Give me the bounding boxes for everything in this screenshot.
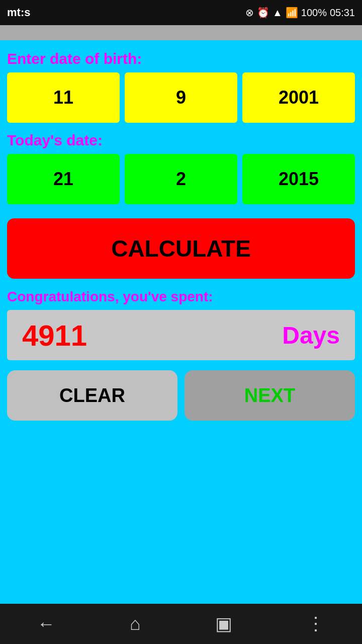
action-row: CLEAR NEXT [7, 370, 355, 421]
result-box: 4911 Days [7, 310, 355, 360]
alarm-icon: ⏰ [257, 7, 269, 19]
dob-row: 11 9 2001 [7, 72, 355, 123]
signal-icon: 📶 [286, 7, 298, 19]
main-content: Enter date of birth: 11 9 2001 Today's d… [0, 40, 362, 604]
today-row: 21 2 2015 [7, 154, 355, 204]
dob-year[interactable]: 2001 [242, 72, 355, 123]
calculate-button[interactable]: CALCULATE [7, 218, 355, 279]
congrats-label: Congratulations, you've spent: [7, 289, 355, 305]
status-icons: ⊗ ⏰ ▲ 📶 100% 05:31 [245, 7, 355, 19]
menu-button[interactable]: ⋮ [307, 613, 325, 634]
result-number: 4911 [22, 318, 87, 352]
wifi-icon: ▲ [273, 7, 283, 19]
next-button[interactable]: NEXT [185, 370, 355, 421]
time-display: 05:31 [330, 7, 355, 19]
gray-divider [0, 25, 362, 40]
status-bar: mt:s ⊗ ⏰ ▲ 📶 100% 05:31 [0, 0, 362, 25]
today-label: Today's date: [7, 132, 355, 149]
today-day[interactable]: 21 [7, 154, 120, 204]
battery-percent: 100% [301, 7, 327, 19]
sim-icon: ⊗ [245, 7, 254, 19]
result-unit: Days [282, 321, 340, 349]
dob-day[interactable]: 11 [7, 72, 120, 123]
today-year[interactable]: 2015 [242, 154, 355, 204]
nav-bar: ← ⌂ ▣ ⋮ [0, 604, 362, 644]
dob-label: Enter date of birth: [7, 50, 355, 67]
recents-button[interactable]: ▣ [215, 613, 232, 634]
dob-month[interactable]: 9 [125, 72, 237, 123]
back-button[interactable]: ← [37, 613, 55, 634]
clear-button[interactable]: CLEAR [7, 370, 177, 421]
app-name: mt:s [7, 6, 30, 19]
today-month[interactable]: 2 [125, 154, 237, 204]
home-button[interactable]: ⌂ [130, 613, 141, 634]
